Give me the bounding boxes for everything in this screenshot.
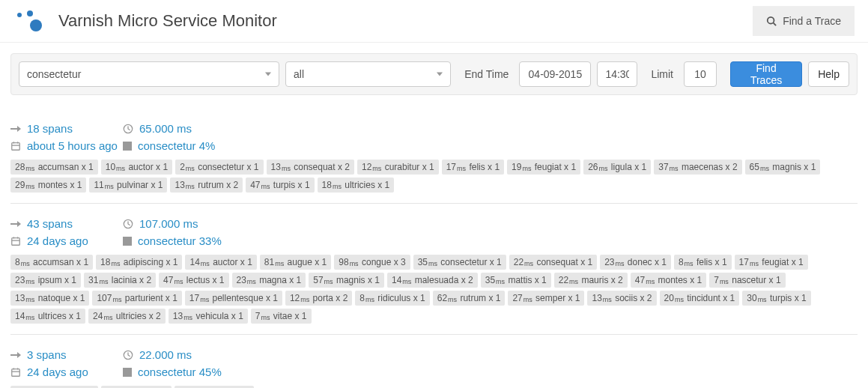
span-tag[interactable]: 37ms maecenas x 2 — [654, 160, 741, 175]
span-tag[interactable]: 47ms montes x 1 — [631, 273, 706, 288]
span-tag[interactable]: 18ms adipiscing x 1 — [96, 255, 182, 270]
tag-ms: 19 — [512, 162, 521, 172]
tag-name: rutrum x 2 — [195, 180, 238, 190]
span-tag[interactable]: 28ms accumsan x 1 — [10, 160, 98, 175]
trace-tags: 28ms accumsan x 110ms auctor x 12ms cons… — [10, 160, 858, 193]
tag-ms: 24 — [93, 311, 103, 321]
tag-name: auctor x 1 — [126, 162, 168, 172]
service-select[interactable]: consectetur — [19, 61, 279, 87]
app-header: Varnish Micro Service Monitor Find a Tra… — [0, 0, 868, 43]
span-tag[interactable]: 8ms accumsan x 1 — [10, 255, 93, 270]
span-tag[interactable]: 57ms magnis x 1 — [309, 273, 384, 288]
span-tag[interactable]: 23ms donec x 1 — [600, 255, 671, 270]
tag-ms: 98 — [339, 257, 348, 267]
tag-ms-unit: ms — [275, 260, 284, 267]
tag-ms: 10 — [106, 162, 115, 172]
end-date-input[interactable] — [519, 61, 591, 87]
span-tag[interactable]: 7ms vitae x 1 — [251, 309, 312, 324]
span-tag[interactable]: 17ms pellentesque x 1 — [185, 291, 282, 306]
tag-name: accumsan x 1 — [31, 257, 88, 267]
span-tag[interactable]: 13ms vehicula x 1 — [169, 309, 248, 324]
arrow-right-icon — [10, 124, 21, 133]
trace-percentage-link[interactable]: consectetur 45% — [138, 366, 222, 378]
chevron-down-icon — [265, 73, 271, 76]
find-a-trace-button[interactable]: Find a Trace — [753, 6, 855, 36]
span-tag[interactable]: 19ms feugiat x 1 — [507, 160, 580, 175]
trace-spans-link[interactable]: 18 spans — [27, 122, 73, 135]
span-tag[interactable]: 35ms mattis x 1 — [481, 273, 551, 288]
span-tag[interactable]: 17ms feugiat x 1 — [735, 255, 808, 270]
span-tag[interactable]: 23ms magna x 1 — [232, 273, 306, 288]
span-tag[interactable]: 22ms consequat x 1 — [509, 255, 597, 270]
tag-ms-unit: ms — [569, 278, 578, 285]
span-tag[interactable]: 14ms auctor x 1 — [185, 255, 256, 270]
tag-ms: 37 — [658, 162, 668, 172]
span-tag[interactable]: 8ms ridiculus x 1 — [355, 291, 429, 306]
span-tag[interactable]: 31ms lacinia x 2 — [84, 273, 156, 288]
span-tag[interactable]: 81ms augue x 1 — [260, 255, 331, 270]
tag-ms-unit: ms — [99, 278, 108, 285]
span-tag[interactable]: 13ms sociis x 2 — [587, 291, 656, 306]
trace-spans-link[interactable]: 43 spans — [27, 217, 73, 230]
span-tag[interactable]: 12ms porta x 2 — [285, 291, 352, 306]
span-tag[interactable]: 8ms felis x 1 — [674, 255, 732, 270]
trace-duration-link[interactable]: 107.000 ms — [139, 217, 198, 230]
trace-age-link[interactable]: 24 days ago — [27, 234, 88, 247]
trace-percentage-link[interactable]: consectetur 4% — [138, 139, 215, 152]
trace-spans-link[interactable]: 3 spans — [27, 348, 67, 361]
tag-ms-unit: ms — [646, 278, 655, 285]
tag-ms-unit: ms — [21, 260, 30, 267]
span-tag[interactable]: 62ms rutrum x 1 — [433, 291, 506, 306]
span-tag[interactable]: 26ms ligula x 1 — [583, 160, 651, 175]
arrow-right-icon — [10, 351, 21, 360]
span-tag[interactable]: 13ms natoque x 1 — [10, 291, 89, 306]
span-select[interactable]: all — [285, 61, 451, 87]
span-tag[interactable]: 14ms ultrices x 1 — [10, 309, 85, 324]
tag-name: consectetur x 1 — [195, 162, 259, 172]
trace-percentage-link[interactable]: consectetur 33% — [138, 234, 222, 247]
find-traces-button[interactable]: Find Traces — [730, 61, 802, 87]
span-tag[interactable]: 13ms consequat x 2 — [267, 160, 354, 175]
span-tag[interactable]: 22ms mauris x 2 — [554, 273, 628, 288]
span-tag[interactable]: 47ms turpis x 1 — [246, 178, 314, 193]
span-tag[interactable]: 30ms turpis x 1 — [742, 291, 810, 306]
span-tag[interactable]: 20ms tincidunt x 1 — [660, 291, 740, 306]
tag-ms-unit: ms — [116, 165, 125, 172]
trace-duration-link[interactable]: 65.000 ms — [139, 122, 192, 135]
tag-ms-unit: ms — [25, 165, 34, 172]
span-tag[interactable]: 11ms pulvinar x 1 — [89, 178, 167, 193]
span-tag[interactable]: 10ms auctor x 1 — [101, 160, 172, 175]
span-tag[interactable]: 29ms montes x 1 — [10, 178, 86, 193]
tag-ms: 23 — [237, 275, 246, 285]
tag-name: mattis x 1 — [506, 275, 547, 285]
span-tag[interactable]: 24ms ultricies x 2 — [88, 309, 166, 324]
tag-ms-unit: ms — [201, 260, 210, 267]
svg-rect-16 — [12, 369, 20, 376]
tag-name: auctor x 1 — [210, 257, 252, 267]
calendar-icon — [10, 141, 21, 151]
limit-input[interactable] — [684, 61, 717, 87]
span-tag[interactable]: 107ms parturient x 1 — [92, 291, 181, 306]
tag-ms: 11 — [94, 180, 103, 190]
span-tag[interactable]: 35ms consectetur x 1 — [413, 255, 506, 270]
span-tag[interactable]: 7ms nascetur x 1 — [709, 273, 785, 288]
span-tag[interactable]: 18ms ultricies x 1 — [318, 178, 395, 193]
span-tag[interactable]: 65ms magnis x 1 — [745, 160, 821, 175]
span-tag[interactable]: 12ms curabitur x 1 — [357, 160, 439, 175]
tag-name: magna x 1 — [257, 275, 301, 285]
span-tag[interactable]: 17ms felis x 1 — [442, 160, 504, 175]
span-tag[interactable]: 14ms malesuada x 2 — [387, 273, 478, 288]
span-tag[interactable]: 27ms semper x 1 — [508, 291, 584, 306]
tag-ms-unit: ms — [457, 165, 466, 172]
trace-age-link[interactable]: 24 days ago — [27, 366, 88, 378]
span-tag[interactable]: 47ms lectus x 1 — [159, 273, 228, 288]
span-tag[interactable]: 13ms rutrum x 2 — [170, 178, 243, 193]
percentage-square-icon — [123, 142, 132, 151]
span-tag[interactable]: 98ms congue x 3 — [334, 255, 410, 270]
span-tag[interactable]: 23ms ipsum x 1 — [10, 273, 81, 288]
trace-duration-link[interactable]: 22.000 ms — [139, 348, 192, 361]
end-time-input[interactable] — [597, 61, 637, 87]
trace-age-link[interactable]: about 5 hours ago — [27, 139, 118, 152]
span-tag[interactable]: 2ms consectetur x 1 — [175, 160, 263, 175]
help-button[interactable]: Help — [808, 61, 849, 87]
